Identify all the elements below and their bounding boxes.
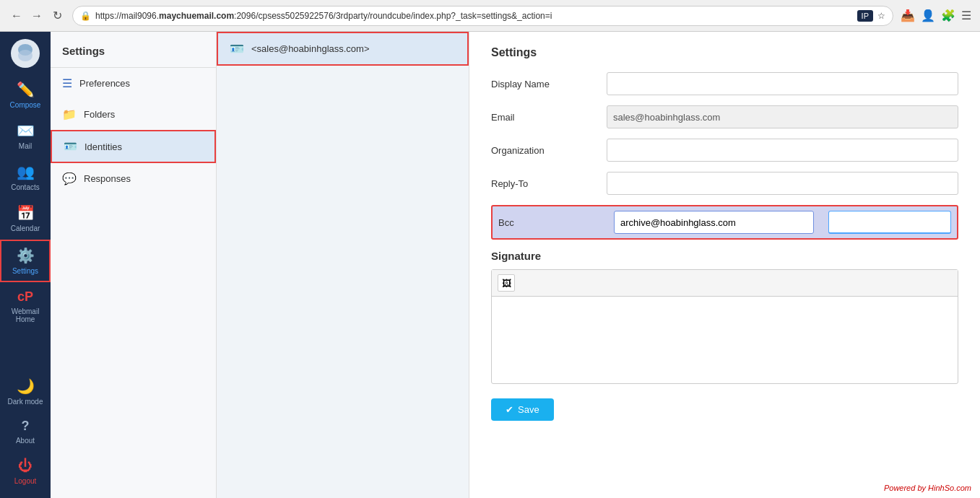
contacts-label: Contacts xyxy=(11,183,39,191)
sidebar-item-about[interactable]: ? About xyxy=(0,413,51,450)
webmail-label: Webmail Home xyxy=(3,307,48,323)
sidebar-item-logout[interactable]: ⏻ Logout xyxy=(0,452,51,491)
signature-title: Signature xyxy=(491,250,958,262)
signature-toolbar: 🖼 xyxy=(492,270,958,297)
settings-label: Settings xyxy=(12,267,38,275)
app-logo xyxy=(11,39,40,68)
signature-editor[interactable]: 🖼 xyxy=(491,269,958,384)
identity-list: 🪪 <sales@hoabinhglass.com> xyxy=(217,32,469,498)
address-bar[interactable]: 🔒 https://mail9096.maychuemail.com:2096/… xyxy=(72,6,893,26)
sidebar-item-darkmode[interactable]: 🌙 Dark mode xyxy=(0,372,51,411)
identity-item-label: <sales@hoabinhglass.com> xyxy=(251,43,370,54)
ip-badge: IP xyxy=(857,10,873,22)
identity-item-sales[interactable]: 🪪 <sales@hoabinhglass.com> xyxy=(217,32,469,66)
app-container: ✏️ Compose ✉️ Mail 👥 Contacts 📅 Calendar… xyxy=(0,32,980,498)
bcc-label: Bcc xyxy=(498,217,599,228)
about-label: About xyxy=(16,437,35,445)
bcc-row: Bcc xyxy=(491,205,958,240)
settings-icon: ⚙️ xyxy=(17,247,35,264)
reload-button[interactable]: ↻ xyxy=(49,8,65,24)
email-input[interactable] xyxy=(607,105,958,128)
bookmark-icon[interactable]: ☆ xyxy=(877,11,885,21)
sidebar: ✏️ Compose ✉️ Mail 👥 Contacts 📅 Calendar… xyxy=(0,32,51,498)
nav-item-preferences[interactable]: ☰ Preferences xyxy=(51,68,216,99)
reply-to-label: Reply-To xyxy=(491,178,592,189)
image-insert-button[interactable]: 🖼 xyxy=(498,274,515,292)
responses-icon: 💬 xyxy=(62,172,77,185)
webmail-icon: cP xyxy=(17,289,33,305)
folders-label: Folders xyxy=(84,109,115,120)
sidebar-item-mail[interactable]: ✉️ Mail xyxy=(0,116,51,156)
organization-input[interactable] xyxy=(607,139,958,162)
bcc-input[interactable] xyxy=(614,211,814,234)
nav-item-responses[interactable]: 💬 Responses xyxy=(51,163,216,194)
display-name-row: Display Name xyxy=(491,72,958,95)
sidebar-item-compose[interactable]: ✏️ Compose xyxy=(0,75,51,115)
extensions-icon[interactable]: 🧩 xyxy=(941,9,955,22)
darkmode-icon: 🌙 xyxy=(17,377,35,395)
identities-label: Identities xyxy=(84,141,122,152)
save-checkmark-icon: ✔ xyxy=(506,404,513,415)
menu-icon[interactable]: ☰ xyxy=(961,9,971,22)
form-section-title: Settings xyxy=(491,46,958,59)
reply-to-input[interactable] xyxy=(607,172,958,195)
display-name-label: Display Name xyxy=(491,79,592,89)
darkmode-label: Dark mode xyxy=(8,398,43,406)
settings-navigation: Settings ☰ Preferences 📁 Folders 🪪 Ident… xyxy=(51,32,217,498)
about-icon: ? xyxy=(22,419,30,434)
contacts-icon: 👥 xyxy=(17,163,35,180)
security-icon: 🔒 xyxy=(80,11,91,21)
nav-buttons[interactable]: ← → ↻ xyxy=(9,8,65,24)
bcc-extra-input[interactable] xyxy=(828,211,951,234)
email-row: Email xyxy=(491,105,958,128)
logout-label: Logout xyxy=(14,477,37,485)
mail-icon: ✉️ xyxy=(17,122,35,139)
svg-point-1 xyxy=(18,50,32,61)
logout-icon: ⏻ xyxy=(18,458,32,474)
preferences-label: Preferences xyxy=(79,78,130,89)
pocket-icon[interactable]: 📥 xyxy=(901,9,915,22)
calendar-icon: 📅 xyxy=(17,204,35,222)
signature-body[interactable] xyxy=(492,297,958,383)
calendar-label: Calendar xyxy=(11,224,40,232)
browser-actions: 📥 👤 🧩 ☰ xyxy=(901,9,971,22)
preferences-icon: ☰ xyxy=(62,77,72,90)
save-button[interactable]: ✔ Save xyxy=(491,398,554,421)
profile-icon[interactable]: 👤 xyxy=(921,9,935,22)
nav-item-identities[interactable]: 🪪 Identities xyxy=(51,130,216,163)
compose-icon: ✏️ xyxy=(17,81,35,98)
url-display: https://mail9096.maychuemail.com:2096/cp… xyxy=(95,11,853,21)
settings-nav-title: Settings xyxy=(51,32,216,68)
email-label: Email xyxy=(491,112,592,123)
sidebar-item-contacts[interactable]: 👥 Contacts xyxy=(0,157,51,197)
identity-item-icon: 🪪 xyxy=(230,42,244,56)
forward-button[interactable]: → xyxy=(29,8,45,24)
powered-by: Powered by HinhSo.com xyxy=(884,484,971,492)
save-label: Save xyxy=(518,404,539,415)
signature-section: Signature 🖼 xyxy=(491,250,958,384)
nav-item-folders[interactable]: 📁 Folders xyxy=(51,99,216,130)
folders-icon: 📁 xyxy=(62,108,77,121)
sidebar-item-calendar[interactable]: 📅 Calendar xyxy=(0,198,51,238)
responses-label: Responses xyxy=(84,173,131,184)
main-content: Settings Display Name Email Organization… xyxy=(469,32,980,498)
sidebar-item-settings[interactable]: ⚙️ Settings xyxy=(0,240,51,282)
organization-label: Organization xyxy=(491,145,592,156)
compose-label: Compose xyxy=(10,101,41,109)
reply-to-row: Reply-To xyxy=(491,172,958,195)
identities-icon: 🪪 xyxy=(64,140,77,153)
browser-chrome: ← → ↻ 🔒 https://mail9096.maychuemail.com… xyxy=(0,0,980,32)
sidebar-item-webmail-home[interactable]: cP Webmail Home xyxy=(0,284,51,329)
display-name-input[interactable] xyxy=(607,72,958,95)
back-button[interactable]: ← xyxy=(9,8,25,24)
mail-label: Mail xyxy=(19,142,32,150)
organization-row: Organization xyxy=(491,139,958,162)
